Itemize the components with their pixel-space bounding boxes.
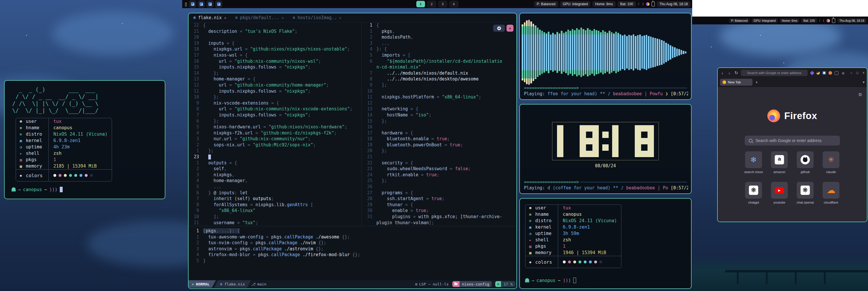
tile-youtube[interactable]: ▶ youtube <box>771 182 788 204</box>
digit-cell <box>586 138 592 144</box>
taskbar-app-icon[interactable] <box>189 1 196 7</box>
network-icon[interactable]: ᛓ <box>819 19 821 22</box>
code-text: tux-awesome-wm-config = pkgs.callPackage… <box>203 234 350 240</box>
tab-new-tab[interactable]: New Tab <box>720 79 752 86</box>
digit-cell <box>635 144 641 151</box>
color-picker-icon[interactable] <box>646 2 650 6</box>
line-number: 18 <box>189 46 199 52</box>
fastfetch-label: shell <box>535 237 558 242</box>
clock-chip[interactable]: Thu Aug 08, 18:18 <box>657 1 690 7</box>
bluetooth-icon[interactable]: ᛂ <box>642 2 644 6</box>
vim-icon: ◆ <box>192 282 194 286</box>
line-number: 21 <box>189 28 199 34</box>
editor-pane-flake[interactable]: 22{21 description = "tux's NixOS Flake";… <box>189 22 362 226</box>
workspace-2[interactable]: 2 <box>427 1 436 7</box>
terminal-clock[interactable]: 08/08/24 ====================> Playing: … <box>519 104 692 194</box>
taskbar-app-icon[interactable] <box>215 1 222 7</box>
color-picker-icon[interactable] <box>827 19 830 22</box>
code-text: {pkgs, ...}: { <box>203 228 240 233</box>
visualizer-bar <box>600 32 602 72</box>
workspace-3[interactable]: 3 <box>438 1 447 7</box>
tile-chat-openai[interactable]: ❋ chat.openai <box>797 182 814 204</box>
gpu-chip[interactable]: GPU: Integrated <box>560 1 591 7</box>
editor-pane-iso[interactable]: × 1{1 pkgs,2 modulesPath,3 ...4}: {5 imp… <box>362 22 517 226</box>
project-chip[interactable]: nixos-config <box>452 281 492 287</box>
search-input[interactable]: Search with Google or enter address <box>745 136 840 146</box>
new-tab-button[interactable]: + <box>755 80 758 85</box>
maximize-button[interactable]: □ <box>857 71 859 75</box>
statusline: ◆NORMAL ❄flake.nix ⎇ main ⚙ LSP ~ null-l… <box>189 280 517 288</box>
taskbar-app-icon[interactable] <box>198 1 205 7</box>
workspace-4[interactable]: 4 <box>450 1 458 7</box>
terminal-cava[interactable]: ====================> Playing: ffee for … <box>519 13 692 100</box>
power-profile-chip[interactable]: P: Balanced <box>729 18 750 23</box>
shell-prompt[interactable]: → canopus ~ ))) <box>525 278 576 283</box>
digit-cell <box>557 138 563 144</box>
tab-hosts-isoimage[interactable]: ❄ hosts/isoImag.. × <box>292 15 341 20</box>
code-text: } @ inputs: let <box>203 190 248 196</box>
extension-icon[interactable] <box>829 71 832 75</box>
launcher-menu-icon[interactable]: ⣿ <box>185 2 187 6</box>
neovim-window[interactable]: ❄ flake.nix × ❄ pkgs/default... × ❄ host… <box>188 13 517 289</box>
nixos-ascii-logo: _ _ (_) ___ ___ / \/ / _ __ __/ _ \/ __|… <box>12 86 165 114</box>
code-line: 2 tux-nvim-config = pkgs.callPackage ./n… <box>189 240 517 246</box>
clock-chip[interactable]: Thu Aug 08, 18:18 <box>837 18 866 23</box>
back-button[interactable]: ‹ <box>720 70 725 76</box>
line-number: 9 <box>189 208 199 214</box>
terminal-fastfetch-2[interactable]: ☻usertux≡hnamecanopus❄distroNixOS 24.11 … <box>519 198 692 289</box>
close-tab-icon[interactable]: × <box>224 16 226 20</box>
power-profile-chip[interactable]: P: Balanced <box>534 1 558 7</box>
tile-chatgpt[interactable]: ❋ chatgpt <box>745 182 762 204</box>
terminal-fastfetch-desktop[interactable]: _ _ (_) ___ ___ / \/ / _ __ __/ _ \/ __|… <box>4 80 165 199</box>
tab-flake-nix[interactable]: ❄ flake.nix × <box>193 15 226 20</box>
tile-cloudflare[interactable]: ☁ cloudflare <box>823 182 840 204</box>
visualizer-bar <box>654 38 656 67</box>
visualizer-bar <box>652 37 654 67</box>
battery-chip[interactable]: Bat: 100 <box>801 18 817 23</box>
tile-github[interactable]: github <box>797 151 814 174</box>
extension-icon[interactable] <box>835 71 838 75</box>
network-icon[interactable]: ᛓ <box>638 2 640 6</box>
extension-icon[interactable] <box>823 71 826 75</box>
ghost-icon <box>525 278 529 283</box>
minimize-button[interactable]: – <box>850 71 852 75</box>
code-line: 16 <box>362 124 517 130</box>
tile-claude[interactable]: ✳ claude <box>823 151 840 174</box>
shell-prompt[interactable]: → canopus ~ ))) <box>11 187 63 192</box>
visualizer-bar <box>569 31 571 74</box>
list-tabs-chevron-icon[interactable]: ▾ <box>863 80 865 84</box>
extension-icon[interactable] <box>810 70 815 75</box>
code-text: url = "github:nix-community/home-manager… <box>203 83 329 88</box>
tile-amazon[interactable]: a◡ amazon <box>771 151 788 174</box>
menu-hamburger-icon[interactable]: ≡ <box>842 70 844 76</box>
personalize-gear-icon[interactable]: ⚙ <box>859 92 862 97</box>
toggle-view-button[interactable] <box>493 25 505 32</box>
close-button[interactable]: × <box>863 71 865 75</box>
ping-chip[interactable]: Home: 8ms <box>592 1 615 7</box>
workspace-1[interactable]: 1 <box>416 1 425 7</box>
code-text <box>203 154 211 159</box>
forward-button[interactable]: › <box>727 70 732 76</box>
tile-search-nixos[interactable]: ❄ search.nixos <box>745 151 762 174</box>
tab-pkgs-default[interactable]: ❄ pkgs/default... × <box>235 15 284 20</box>
gpu-chip[interactable]: GPU: Integrated <box>752 18 778 23</box>
line-number: 15 <box>189 64 199 70</box>
firefox-window[interactable]: ‹ › ↻ Search with Google or enter addres… <box>717 67 867 222</box>
close-tab-icon[interactable]: × <box>282 16 284 20</box>
close-pane-button[interactable]: × <box>506 25 514 32</box>
visualizer-bar <box>522 24 523 81</box>
battery-chip[interactable]: Bat: 100 <box>618 1 636 7</box>
digit-cell <box>580 144 586 151</box>
reload-button[interactable]: ↻ <box>734 70 739 76</box>
line-number: 4 <box>189 130 199 136</box>
editor-pane-pkgs[interactable]: 1{pkgs, ...}: {1 tux-awesome-wm-config =… <box>189 226 517 280</box>
close-tab-icon[interactable]: × <box>339 16 341 20</box>
taskbar-app-icon[interactable] <box>207 1 214 7</box>
cursor <box>208 154 211 159</box>
ping-chip[interactable]: Home: 6ms <box>780 18 800 23</box>
fastfetch-value: 1 <box>558 244 565 249</box>
extension-icon[interactable] <box>816 71 820 75</box>
bluetooth-icon[interactable]: ᛂ <box>823 19 825 22</box>
address-bar[interactable]: Search with Google or enter address <box>741 70 808 76</box>
digit-cell <box>570 138 576 144</box>
